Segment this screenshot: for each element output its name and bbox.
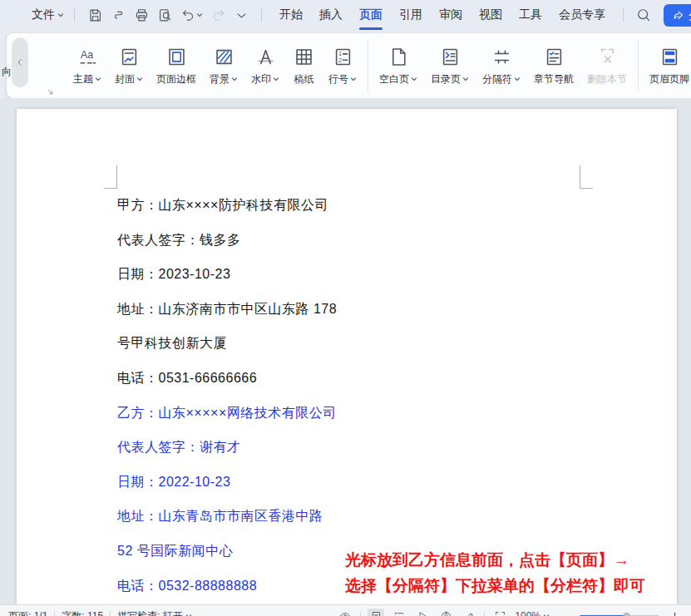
- svg-text:Aa: Aa: [81, 49, 93, 61]
- ribbon-button-label: 删除本节: [587, 72, 627, 86]
- document-line: 日期：2022-10-23: [117, 475, 230, 490]
- eye-protection-icon[interactable]: [337, 609, 353, 616]
- ribbon-button-目录页[interactable]: 目录页: [424, 33, 476, 98]
- chevron-down-icon: [234, 7, 249, 23]
- tab-工具[interactable]: 工具: [511, 0, 550, 30]
- background-icon: [213, 46, 235, 68]
- status-bar: 页面: 1/1 字数: 115 拼写检查: 打开: [0, 604, 691, 616]
- document-canvas[interactable]: 甲方：山东××××防护科技有限公司代表人签字：钱多多日期：2023-10-23地…: [0, 98, 691, 604]
- zoom-slider-thumb[interactable]: [623, 613, 630, 616]
- ribbon-button-章节导航[interactable]: 章节导航: [527, 33, 580, 98]
- theme-icon: Aa: [77, 46, 99, 68]
- ribbon-button-背景[interactable]: 背景: [203, 33, 244, 98]
- ribbon-button-分隔符[interactable]: 分隔符: [476, 33, 527, 98]
- page-indicator[interactable]: 页面: 1/1: [8, 609, 47, 616]
- ribbon-groups: Aa主题封面页面边框背景水印稿纸12行号空白页目录页分隔符章节导航删除本节页眉页…: [67, 33, 691, 98]
- toc-page-icon: [439, 46, 461, 68]
- zoom-level[interactable]: 100%: [515, 610, 550, 616]
- watermark-icon: [254, 46, 277, 68]
- save-button[interactable]: [85, 5, 105, 25]
- page-border-icon: [165, 46, 188, 68]
- ribbon-button-label: 目录页: [431, 72, 469, 86]
- ribbon-tabs: 开始插入页面引用审阅视图工具会员专享: [272, 0, 613, 30]
- zoom-slider[interactable]: [580, 610, 659, 616]
- ribbon-button-label: 空白页: [379, 72, 417, 86]
- ribbon-button-label: 分隔符: [482, 72, 521, 86]
- group-divider: [368, 40, 368, 91]
- document-line: 日期：2023-10-23: [117, 267, 230, 282]
- redo-icon: [210, 7, 226, 23]
- page-view-icon[interactable]: [368, 609, 384, 616]
- web-view-icon[interactable]: [437, 609, 454, 616]
- ribbon-button-label: 水印: [251, 72, 279, 86]
- ribbon-button-label: 稿纸: [294, 72, 314, 86]
- grid-paper-icon: [293, 46, 315, 68]
- document-line: 地址：山东济南市市中区山东路 178: [117, 302, 337, 317]
- ink-pen-icon[interactable]: [461, 609, 477, 616]
- ribbon-button-label: 页眉页脚: [649, 72, 689, 86]
- print-button[interactable]: [131, 5, 151, 25]
- chevron-down-icon: [95, 76, 101, 82]
- annotation-red-line-2: 选择【分隔符】下拉菜单的【分栏符】即可: [345, 574, 671, 599]
- chevron-down-icon: [411, 76, 417, 82]
- redo-button: [208, 5, 228, 25]
- print-preview-button[interactable]: [155, 5, 175, 25]
- tab-视图[interactable]: 视图: [471, 0, 510, 30]
- share-button[interactable]: 分享: [664, 4, 691, 27]
- svg-text:2: 2: [338, 56, 341, 63]
- file-menu[interactable]: 文件: [32, 7, 64, 22]
- tab-开始[interactable]: 开始: [272, 0, 310, 30]
- zoom-out-button[interactable]: [556, 609, 573, 616]
- ribbon-button-主题[interactable]: Aa主题: [67, 33, 108, 98]
- ribbon-button-label: 主题: [73, 72, 101, 86]
- divider: [261, 8, 262, 22]
- zoom-level-label: 100%: [515, 610, 540, 616]
- clip-icon: [111, 7, 126, 23]
- share-icon: [672, 9, 684, 22]
- ribbon-button-稿纸[interactable]: 稿纸: [286, 33, 322, 98]
- word-count[interactable]: 字数: 115: [62, 609, 103, 616]
- chevron-down-icon: [514, 76, 521, 82]
- tab-页面[interactable]: 页面: [352, 0, 390, 30]
- ribbon-button-水印[interactable]: 水印: [244, 33, 286, 98]
- annotation-red-line-1: 光标放到乙方信息前面，点击【页面】→: [345, 548, 671, 573]
- chevron-down-icon: [543, 613, 550, 616]
- export-clip-button[interactable]: [108, 5, 128, 25]
- fit-page-icon[interactable]: [491, 609, 508, 616]
- zoom-in-button[interactable]: [666, 609, 683, 616]
- undo-button[interactable]: [178, 5, 205, 25]
- tab-审阅[interactable]: 审阅: [432, 0, 470, 30]
- outline-view-icon[interactable]: [391, 609, 407, 616]
- hamburger-menu-icon[interactable]: [7, 5, 27, 25]
- document-line: 代表人签字：谢有才: [117, 440, 241, 455]
- line-number-icon: 12: [332, 46, 354, 68]
- print-preview-icon: [157, 7, 173, 23]
- chevron-down-icon: [350, 76, 357, 82]
- spellcheck-status[interactable]: 拼写检查: 打开: [117, 609, 192, 616]
- chevron-down-icon: [196, 12, 203, 18]
- ribbon-button-label: 章节导航: [534, 72, 574, 86]
- top-menu-bar: 文件 开始插入页面引用审阅视图工具会员专享 分享: [0, 0, 691, 30]
- ribbon-button-行号[interactable]: 12行号: [322, 33, 363, 98]
- margin-corner-mark-right: [580, 165, 593, 189]
- tab-会员专享[interactable]: 会员专享: [551, 0, 613, 30]
- ribbon: 向 Aa主题封面页面边框背景水印稿纸12行号空白页目录页分隔符章节导航删除本节页…: [7, 33, 691, 98]
- customize-toolbar-button[interactable]: [231, 5, 251, 25]
- ribbon-scroll-left-button[interactable]: [12, 37, 28, 87]
- tab-引用[interactable]: 引用: [392, 0, 430, 30]
- chevron-left-icon: [15, 57, 25, 67]
- read-mode-icon[interactable]: [414, 609, 431, 616]
- save-icon: [87, 7, 103, 23]
- search-icon[interactable]: [634, 5, 654, 25]
- tab-插入[interactable]: 插入: [312, 0, 350, 30]
- dialog-launcher-icon[interactable]: [47, 88, 54, 96]
- document-line: 52 号国际新闻中心: [117, 544, 233, 559]
- ribbon-button-页面边框[interactable]: 页面边框: [150, 33, 203, 98]
- undo-icon: [180, 7, 196, 23]
- ribbon-button-页眉页脚[interactable]: 页眉页脚: [643, 33, 691, 98]
- ribbon-button-空白页[interactable]: 空白页: [373, 33, 424, 98]
- ribbon-button-封面[interactable]: 封面: [108, 33, 150, 98]
- chevron-down-icon: [231, 76, 238, 82]
- ribbon-button-label: 封面: [115, 72, 143, 86]
- document-page[interactable]: 甲方：山东××××防护科技有限公司代表人签字：钱多多日期：2023-10-23地…: [17, 109, 677, 604]
